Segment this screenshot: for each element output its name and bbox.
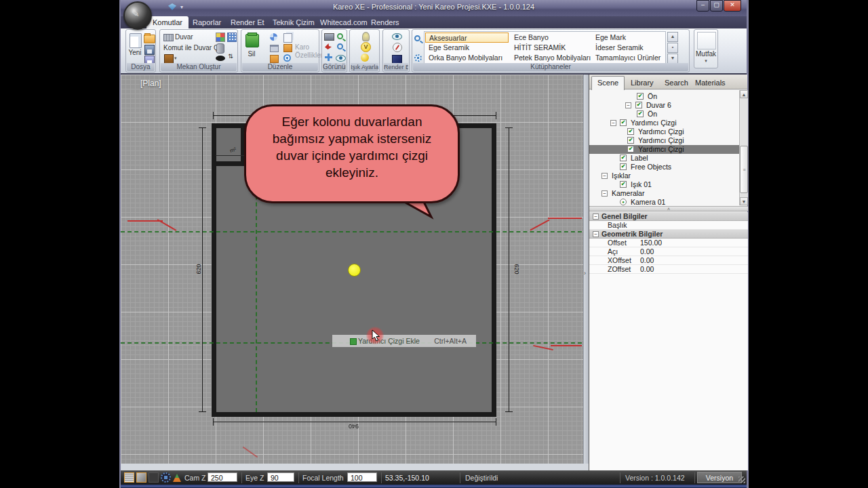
maximize-button[interactable]: ▢: [710, 0, 723, 12]
visibility-icon[interactable]: [336, 55, 346, 62]
mutfak-button[interactable]: Mutfak ▾: [694, 29, 718, 68]
tree-item[interactable]: ✔ Free Objects: [589, 163, 739, 171]
focal-length-input[interactable]: 100: [347, 472, 377, 482]
tab-raporlar[interactable]: Raporlar: [186, 16, 227, 28]
box-tool-icon[interactable]: [283, 44, 292, 52]
library-search-icon[interactable]: [414, 35, 420, 41]
rotate-icon[interactable]: [270, 33, 277, 41]
tree-item[interactable]: ✔ Yardımcı Çizgi: [589, 127, 739, 136]
panel-splitter[interactable]: ˄: [589, 206, 748, 211]
collapse-icon[interactable]: −: [593, 214, 599, 220]
tab-komutlar[interactable]: Komutlar: [146, 16, 189, 28]
tab-renders[interactable]: Renders: [365, 16, 406, 28]
library-item[interactable]: Petek Banyo Mobilyaları: [511, 53, 591, 63]
library-item[interactable]: Ece Banyo: [511, 33, 591, 43]
open-folder-icon[interactable]: [144, 35, 155, 43]
checkbox[interactable]: ✔: [627, 137, 634, 144]
checkbox[interactable]: ✔: [637, 93, 644, 100]
property-value[interactable]: 150.00: [640, 239, 662, 247]
tile-grid-icon[interactable]: [227, 33, 237, 42]
library-item[interactable]: Ege Mark: [592, 33, 663, 43]
property-value[interactable]: 0.00: [640, 247, 654, 256]
library-scroll-up[interactable]: ▲: [667, 32, 678, 42]
zoom-icon[interactable]: [337, 43, 343, 49]
pan-icon[interactable]: [325, 54, 332, 61]
library-item[interactable]: İdeser Seramik: [592, 43, 663, 53]
preview-icon[interactable]: [392, 33, 402, 40]
window-tool-icon[interactable]: [270, 45, 279, 52]
collapse-icon[interactable]: −: [593, 231, 599, 237]
save-icon[interactable]: [144, 45, 155, 55]
karo-ozellikleri-button-line1[interactable]: Karo: [295, 43, 309, 51]
title-bar[interactable]: Kareo XE - Professional : Yeni Kareo Pro…: [121, 0, 747, 16]
collapse-icon[interactable]: −: [625, 102, 631, 108]
wall-icon[interactable]: [163, 34, 174, 41]
library-item[interactable]: Tamamlayıcı Ürünler: [592, 53, 663, 63]
library-item[interactable]: HİTİT SERAMİK: [511, 43, 591, 53]
materials-palette-icon[interactable]: [216, 33, 225, 42]
tab-render-et[interactable]: Render Et: [224, 16, 271, 28]
property-value[interactable]: 0.00: [640, 256, 654, 264]
checkbox[interactable]: ✔: [620, 163, 627, 170]
tree-scroll-up-icon[interactable]: ▲: [740, 90, 748, 98]
checkbox[interactable]: ✔: [627, 128, 634, 135]
compass-icon[interactable]: [393, 43, 402, 52]
quick-access-dropdown-icon[interactable]: ▾: [180, 4, 183, 10]
application-menu-orb[interactable]: ✎: [123, 1, 152, 30]
snap-toggle-icon[interactable]: [136, 472, 146, 483]
library-scroll-down[interactable]: ▼: [667, 54, 678, 64]
v-light-icon[interactable]: V: [361, 42, 371, 52]
tree-item[interactable]: − Kameralar: [589, 189, 739, 198]
collapse-icon[interactable]: −: [610, 120, 616, 126]
camera-view-icon[interactable]: [324, 33, 334, 41]
radio-button[interactable]: ●: [620, 199, 627, 205]
resize-grip[interactable]: [738, 476, 745, 483]
library-item[interactable]: Ege Seramik: [425, 43, 509, 53]
tree-item[interactable]: ✔ Işık 01: [589, 180, 739, 189]
section-genel-bilgiler[interactable]: − Genel Bilgiler: [589, 212, 748, 221]
tree-item-selected[interactable]: ✔ Yardımcı Çizgi: [589, 145, 739, 154]
tree-item[interactable]: ✔ Yardımcı Çizgi: [589, 136, 739, 145]
section-geometrik-bilgiler[interactable]: − Geometrik Bilgiler: [589, 230, 748, 239]
lightbulb-icon[interactable]: [362, 32, 370, 41]
property-row[interactable]: Açı 0.00: [589, 247, 748, 256]
panel-collapse-icon[interactable]: ›: [584, 270, 586, 277]
grid-toggle-icon[interactable]: [124, 472, 134, 483]
version-info-button[interactable]: Versiyon Bilgisi: [697, 472, 742, 483]
tree-scroll-thumb[interactable]: ≡: [740, 146, 748, 193]
canvas-vertical-scrollbar[interactable]: [583, 75, 589, 464]
tree-item[interactable]: ● Kamera 01: [589, 198, 739, 205]
guide-line-horizontal[interactable]: [121, 231, 589, 232]
property-row[interactable]: XOffset 0.00: [589, 256, 748, 265]
checkbox[interactable]: ✔: [637, 110, 644, 117]
birdseye-icon[interactable]: [325, 43, 332, 49]
sun-icon[interactable]: [361, 54, 369, 62]
property-row[interactable]: Başlık: [589, 221, 748, 230]
drawing-canvas[interactable]: [Plan] m² 620 620 940: [121, 75, 589, 464]
point-marker[interactable]: [348, 264, 361, 277]
property-value[interactable]: 0.00: [640, 265, 654, 273]
library-item[interactable]: Aksesuarlar: [425, 33, 509, 43]
opening-icon[interactable]: [216, 56, 225, 61]
cam-z-input[interactable]: 250: [208, 472, 237, 482]
door-dropdown-icon[interactable]: ▾: [174, 56, 177, 61]
delete-icon[interactable]: [245, 34, 259, 47]
eye-z-input[interactable]: 90: [267, 472, 294, 482]
minimize-button[interactable]: –: [696, 0, 709, 12]
close-button[interactable]: ✕: [724, 0, 741, 12]
checkbox[interactable]: ✔: [635, 102, 642, 108]
new-file-button[interactable]: Yeni: [126, 49, 144, 56]
tree-item[interactable]: − Işıklar: [589, 171, 739, 180]
checkbox[interactable]: ✔: [627, 146, 634, 152]
tree-item[interactable]: ✔ Label: [589, 154, 739, 163]
zoom-extents-icon[interactable]: [337, 33, 343, 39]
ortho-toggle-icon[interactable]: [149, 472, 159, 483]
property-row[interactable]: ZOffset 0.00: [589, 265, 748, 274]
new-file-icon[interactable]: [130, 33, 142, 48]
guide-line-vertical[interactable]: [256, 168, 257, 412]
column-icon[interactable]: [216, 43, 224, 54]
tab-materials[interactable]: Materials: [690, 77, 731, 89]
box-tool2-icon[interactable]: [270, 55, 279, 63]
komut-ile-duvar-ciz-button[interactable]: Komut ile Duvar Çiz: [163, 44, 223, 52]
tab-library[interactable]: Library: [625, 77, 659, 89]
